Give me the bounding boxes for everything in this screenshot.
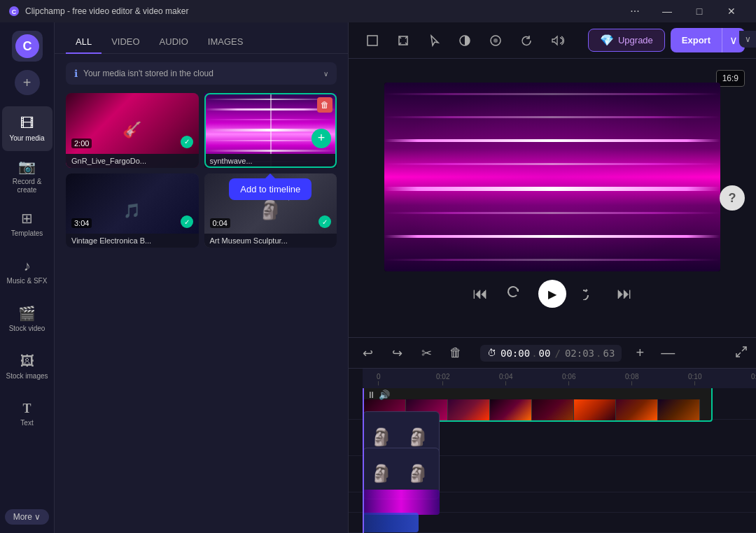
music-sfx-icon: ♪ <box>24 258 31 274</box>
svg-rect-4 <box>368 36 377 45</box>
menu-dots-button[interactable]: ··· <box>619 0 651 22</box>
media-item-vintage[interactable]: 🎵 3:04 ✓ Vintage Electronica B... <box>66 173 199 248</box>
cloud-notice[interactable]: ℹ Your media isn't stored in the cloud ∨ <box>66 62 337 85</box>
minimize-button[interactable]: — <box>651 0 683 22</box>
tab-video[interactable]: VIDEO <box>102 31 149 54</box>
ruler-tick-5: 0:10 <box>688 373 701 385</box>
track-audio-icon[interactable]: 🔊 <box>379 390 390 400</box>
add-media-button[interactable]: + <box>15 70 40 95</box>
cloud-notice-chevron: ∨ <box>323 70 328 78</box>
expand-timeline-button[interactable] <box>735 346 748 361</box>
sidebar-item-stock-video[interactable]: 🎬 Stock video <box>2 297 52 341</box>
sidebar-item-templates[interactable]: ⊞ Templates <box>2 201 52 246</box>
skip-to-start-button[interactable]: ⏮ <box>472 285 488 303</box>
collapse-timeline-button[interactable]: ∨ <box>739 31 756 48</box>
export-button[interactable]: Export <box>671 29 722 51</box>
track-content-audio <box>363 503 756 533</box>
rewind-button[interactable] <box>505 283 522 304</box>
stock-video-icon: 🎬 <box>18 305 36 322</box>
export-button-group: Export ∨ <box>671 28 745 52</box>
sidebar-item-stock-images[interactable]: 🖼 Stock images <box>2 344 52 389</box>
tab-all[interactable]: ALL <box>66 31 102 54</box>
sidebar-label-stock-images: Stock images <box>6 372 48 381</box>
upgrade-button[interactable]: 💎 Upgrade <box>588 29 665 52</box>
media-check-vintage: ✓ <box>181 215 193 228</box>
playback-controls: ⏮ ▶ ⏭ <box>472 271 632 313</box>
templates-icon: ⊞ <box>21 210 33 227</box>
track-pause-icon[interactable]: ⏸ <box>367 390 376 400</box>
tab-audio[interactable]: AUDIO <box>150 31 198 54</box>
contrast-tool-button[interactable] <box>452 28 477 53</box>
crop-tool-button[interactable] <box>360 28 385 53</box>
ruler-tick-4: 0:08 <box>625 373 638 385</box>
upgrade-gem-icon: 💎 <box>600 34 614 47</box>
timecode-frames: 00 <box>539 348 551 359</box>
upgrade-label: Upgrade <box>618 35 653 45</box>
media-delete-synthwave[interactable]: 🗑 <box>317 97 332 113</box>
fit-tool-button[interactable] <box>391 28 416 53</box>
forward-button[interactable] <box>583 283 600 304</box>
window-title: Clipchamp - free video editor & video ma… <box>25 6 619 16</box>
timeline-area: ↩ ↪ ✂ 🗑 ⏱ 00:00 . 00 / 02:03 . 63 + — <box>349 337 756 533</box>
sidebar-label-templates: Templates <box>11 229 43 238</box>
more-button[interactable]: More ∨ <box>5 509 50 525</box>
sidebar-item-your-media[interactable]: 🎞 Your media <box>2 106 52 151</box>
preview-visual <box>384 83 720 271</box>
overlay-tool-button[interactable] <box>483 28 508 53</box>
timecode-slash: / <box>554 348 560 359</box>
sidebar-item-music-sfx[interactable]: ♪ Music & SFX <box>2 249 52 294</box>
titlebar: C Clipchamp - free video editor & video … <box>0 0 756 22</box>
media-duration-gnr: 2:00 <box>71 138 92 148</box>
timeline-timecode: ⏱ 00:00 . 00 / 02:03 . 63 <box>480 345 622 362</box>
sidebar-label-record-create: Record & create <box>5 178 50 194</box>
sidebar-item-record-create[interactable]: 📷 Record & create <box>2 154 52 199</box>
media-item-art-museum[interactable]: 🗿 0:04 ✓ Art Museum Sculptur... <box>204 173 337 248</box>
preview-glow <box>384 83 720 271</box>
cloud-notice-text: Your media isn't stored in the cloud <box>83 69 318 78</box>
media-item-synthwave[interactable]: 🗑 + synthwave... Add to timeline ↖ <box>204 93 337 168</box>
sidebar-logo: C <box>12 31 43 62</box>
ruler-tick-2: 0:04 <box>499 373 512 385</box>
video-preview <box>384 83 720 271</box>
pointer-tool-button[interactable] <box>421 28 447 53</box>
media-label-vintage: Vintage Electronica B... <box>66 234 199 248</box>
ruler-tick-3: 0:06 <box>562 373 575 385</box>
audio-tool-button[interactable] <box>545 28 570 53</box>
delete-button[interactable]: 🗑 <box>445 343 466 364</box>
media-label-synthwave: synthwave... <box>204 154 337 168</box>
timeline-playhead <box>363 388 364 533</box>
help-button[interactable]: ? <box>720 185 745 211</box>
sidebar-item-text[interactable]: T Text <box>2 392 52 436</box>
sidebar: C + 🎞 Your media 📷 Record & create ⊞ Tem… <box>0 22 55 533</box>
content-panel: ALL VIDEO AUDIO IMAGES ℹ Your media isn'… <box>55 22 349 533</box>
text-icon: T <box>22 401 31 416</box>
ruler-tick-1: 0:02 <box>436 373 449 385</box>
skip-to-end-button[interactable]: ⏭ <box>617 285 632 303</box>
close-button[interactable]: ✕ <box>715 0 748 22</box>
svg-text:C: C <box>12 8 17 15</box>
redo-button[interactable]: ↪ <box>386 343 407 364</box>
undo-button[interactable]: ↩ <box>357 343 378 364</box>
zoom-in-button[interactable]: + <box>630 343 650 363</box>
rotate-tool-button[interactable] <box>514 28 539 53</box>
media-add-synthwave[interactable]: + <box>312 129 331 148</box>
media-item-gnr[interactable]: 🎸 2:00 ✓ GnR_Live_FargoDo... <box>66 93 199 168</box>
media-check-gnr: ✓ <box>181 136 193 148</box>
media-label-gnr: GnR_Live_FargoDo... <box>66 154 199 168</box>
preview-area: 16:9 ? <box>349 59 756 337</box>
zoom-out-button[interactable]: — <box>658 343 678 363</box>
app-logo: C <box>8 6 20 17</box>
audio-bar-clip[interactable] <box>363 513 419 532</box>
cut-button[interactable]: ✂ <box>416 343 437 364</box>
svg-point-8 <box>493 38 498 43</box>
maximize-button[interactable]: □ <box>683 0 715 22</box>
sidebar-bottom: More ∨ <box>5 509 50 525</box>
media-duration-art-museum: 0:04 <box>210 218 230 228</box>
play-button[interactable]: ▶ <box>538 280 566 308</box>
tab-images[interactable]: IMAGES <box>198 31 253 54</box>
media-duration-vintage: 3:04 <box>71 218 92 228</box>
ruler-tick-0: 0 <box>377 373 381 385</box>
sidebar-label-music-sfx: Music & SFX <box>7 277 48 285</box>
track-icons: ⏸ 🔊 <box>367 390 390 400</box>
content-tabs: ALL VIDEO AUDIO IMAGES <box>55 22 348 54</box>
